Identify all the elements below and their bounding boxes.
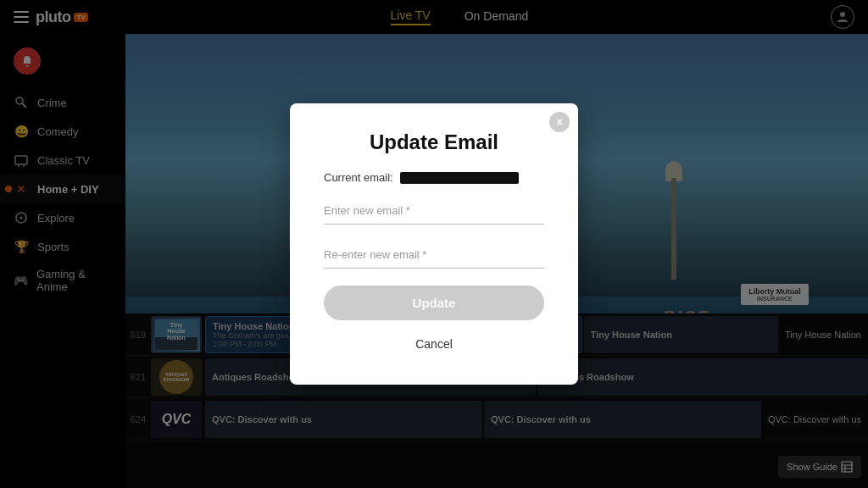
modal-overlay[interactable]: × Update Email Current email: Update Can…	[0, 0, 868, 488]
cancel-button[interactable]: Cancel	[324, 330, 544, 358]
email-redacted-value	[400, 172, 519, 184]
modal-title: Update Email	[324, 130, 544, 154]
update-button[interactable]: Update	[324, 286, 544, 320]
re-enter-email-input[interactable]	[324, 241, 544, 269]
new-email-input[interactable]	[324, 197, 544, 225]
current-email-row: Current email:	[324, 171, 544, 184]
modal-close-button[interactable]: ×	[549, 112, 570, 132]
current-email-label: Current email:	[324, 171, 393, 184]
update-email-modal: × Update Email Current email: Update Can…	[290, 103, 578, 385]
